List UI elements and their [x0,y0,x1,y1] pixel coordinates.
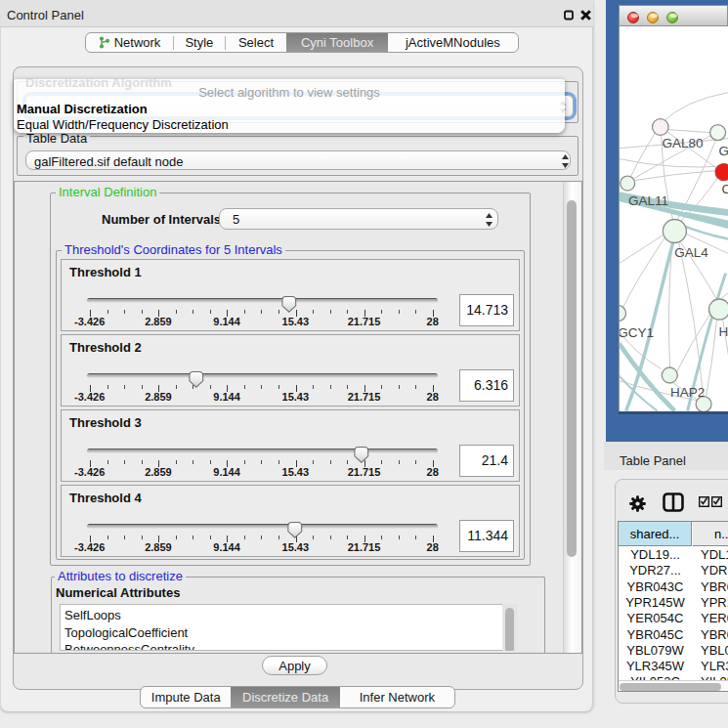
svg-text:GAL4: GAL4 [674,245,708,260]
svg-text:GAL11: GAL11 [628,193,668,208]
svg-text:C: C [722,182,728,196]
svg-text:GA: GA [719,144,728,158]
svg-text:H: H [719,324,728,339]
svg-text:HAP2: HAP2 [670,385,705,400]
svg-text:GCY1: GCY1 [620,325,654,340]
svg-text:GAL80: GAL80 [663,136,704,150]
